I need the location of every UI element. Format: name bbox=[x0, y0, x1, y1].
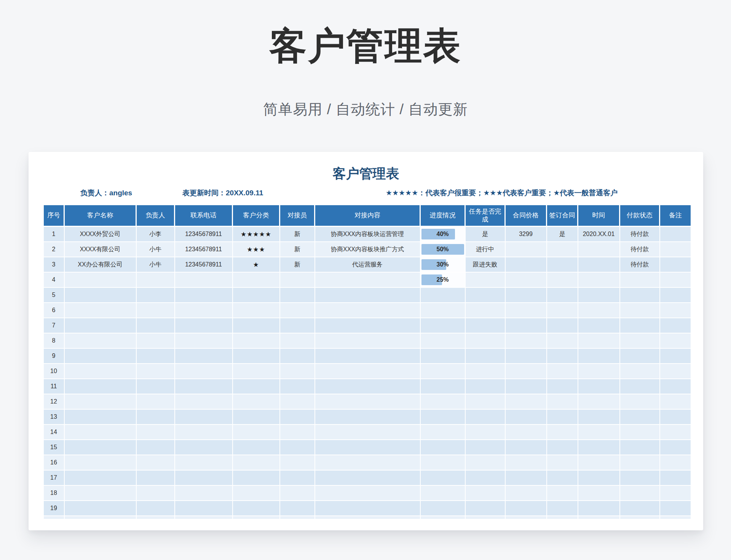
cell-payment[interactable] bbox=[620, 318, 660, 333]
cell-content[interactable] bbox=[315, 287, 420, 303]
cell-category[interactable]: ★★★★★ bbox=[233, 227, 280, 242]
cell-category[interactable] bbox=[233, 287, 280, 303]
cell-category[interactable] bbox=[233, 485, 280, 501]
cell-signed[interactable] bbox=[547, 424, 578, 440]
cell-index[interactable]: 13 bbox=[43, 409, 64, 424]
cell-task_status[interactable] bbox=[465, 424, 505, 440]
cell-category[interactable] bbox=[233, 303, 280, 318]
cell-time[interactable] bbox=[578, 409, 620, 424]
cell-name[interactable] bbox=[64, 470, 136, 485]
cell-content[interactable]: 代运营服务 bbox=[315, 257, 420, 272]
cell-index[interactable]: 10 bbox=[43, 364, 64, 379]
cell-content[interactable] bbox=[315, 455, 420, 470]
cell-payment[interactable]: 待付款 bbox=[620, 242, 660, 257]
cell-price[interactable] bbox=[505, 364, 547, 379]
cell-progress[interactable] bbox=[420, 287, 465, 303]
cell-task_status[interactable] bbox=[465, 364, 505, 379]
cell-name[interactable] bbox=[64, 287, 136, 303]
cell-task_status[interactable]: 是 bbox=[465, 227, 505, 242]
cell-progress[interactable] bbox=[420, 303, 465, 318]
cell-task_status[interactable] bbox=[465, 485, 505, 501]
cell-category[interactable] bbox=[233, 424, 280, 440]
cell-time[interactable] bbox=[578, 485, 620, 501]
cell-time[interactable] bbox=[578, 470, 620, 485]
cell-time[interactable] bbox=[578, 257, 620, 272]
cell-phone[interactable] bbox=[175, 379, 233, 394]
cell-note[interactable] bbox=[660, 287, 691, 303]
cell-index[interactable]: 6 bbox=[43, 303, 64, 318]
cell-signed[interactable] bbox=[547, 364, 578, 379]
cell-liaison[interactable] bbox=[280, 333, 315, 348]
cell-content[interactable] bbox=[315, 394, 420, 409]
cell-owner[interactable]: 小牛 bbox=[136, 242, 175, 257]
cell-note[interactable] bbox=[660, 394, 691, 409]
cell-name[interactable] bbox=[64, 424, 136, 440]
cell-index[interactable]: 20 bbox=[43, 516, 64, 519]
cell-task_status[interactable] bbox=[465, 318, 505, 333]
cell-owner[interactable] bbox=[136, 440, 175, 455]
cell-note[interactable] bbox=[660, 409, 691, 424]
cell-note[interactable] bbox=[660, 272, 691, 287]
cell-phone[interactable] bbox=[175, 287, 233, 303]
cell-owner[interactable] bbox=[136, 501, 175, 516]
cell-progress[interactable] bbox=[420, 394, 465, 409]
cell-progress[interactable]: 25% bbox=[420, 272, 465, 287]
cell-payment[interactable] bbox=[620, 348, 660, 364]
cell-time[interactable] bbox=[578, 272, 620, 287]
cell-content[interactable] bbox=[315, 318, 420, 333]
cell-time[interactable]: 2020.XX.01 bbox=[578, 227, 620, 242]
cell-signed[interactable] bbox=[547, 485, 578, 501]
cell-note[interactable] bbox=[660, 257, 691, 272]
cell-signed[interactable] bbox=[547, 440, 578, 455]
cell-signed[interactable]: 是 bbox=[547, 227, 578, 242]
cell-index[interactable]: 4 bbox=[43, 272, 64, 287]
cell-payment[interactable] bbox=[620, 409, 660, 424]
cell-time[interactable] bbox=[578, 318, 620, 333]
cell-signed[interactable] bbox=[547, 379, 578, 394]
cell-category[interactable] bbox=[233, 364, 280, 379]
cell-phone[interactable]: 12345678911 bbox=[175, 242, 233, 257]
cell-category[interactable] bbox=[233, 516, 280, 519]
cell-name[interactable] bbox=[64, 516, 136, 519]
cell-index[interactable]: 17 bbox=[43, 470, 64, 485]
cell-signed[interactable] bbox=[547, 516, 578, 519]
cell-owner[interactable] bbox=[136, 348, 175, 364]
cell-time[interactable] bbox=[578, 348, 620, 364]
cell-owner[interactable]: 小牛 bbox=[136, 257, 175, 272]
cell-price[interactable] bbox=[505, 440, 547, 455]
cell-note[interactable] bbox=[660, 501, 691, 516]
cell-progress[interactable] bbox=[420, 501, 465, 516]
cell-note[interactable] bbox=[660, 485, 691, 501]
cell-phone[interactable] bbox=[175, 424, 233, 440]
cell-price[interactable] bbox=[505, 394, 547, 409]
cell-index[interactable]: 7 bbox=[43, 318, 64, 333]
cell-phone[interactable] bbox=[175, 455, 233, 470]
cell-phone[interactable]: 12345678911 bbox=[175, 257, 233, 272]
cell-time[interactable] bbox=[578, 440, 620, 455]
cell-task_status[interactable]: 进行中 bbox=[465, 242, 505, 257]
cell-task_status[interactable] bbox=[465, 440, 505, 455]
cell-time[interactable] bbox=[578, 303, 620, 318]
cell-time[interactable] bbox=[578, 424, 620, 440]
cell-name[interactable] bbox=[64, 303, 136, 318]
cell-index[interactable]: 5 bbox=[43, 287, 64, 303]
cell-task_status[interactable] bbox=[465, 394, 505, 409]
cell-content[interactable]: 协商XXX内容板块推广方式 bbox=[315, 242, 420, 257]
cell-signed[interactable] bbox=[547, 394, 578, 409]
cell-owner[interactable] bbox=[136, 394, 175, 409]
cell-category[interactable] bbox=[233, 501, 280, 516]
cell-owner[interactable] bbox=[136, 424, 175, 440]
cell-phone[interactable] bbox=[175, 303, 233, 318]
cell-name[interactable] bbox=[64, 501, 136, 516]
cell-liaison[interactable] bbox=[280, 364, 315, 379]
cell-price[interactable] bbox=[505, 348, 547, 364]
cell-payment[interactable] bbox=[620, 455, 660, 470]
cell-liaison[interactable] bbox=[280, 318, 315, 333]
cell-liaison[interactable]: 新 bbox=[280, 257, 315, 272]
cell-price[interactable] bbox=[505, 333, 547, 348]
cell-category[interactable] bbox=[233, 348, 280, 364]
cell-owner[interactable] bbox=[136, 485, 175, 501]
cell-index[interactable]: 15 bbox=[43, 440, 64, 455]
cell-phone[interactable] bbox=[175, 440, 233, 455]
cell-note[interactable] bbox=[660, 516, 691, 519]
